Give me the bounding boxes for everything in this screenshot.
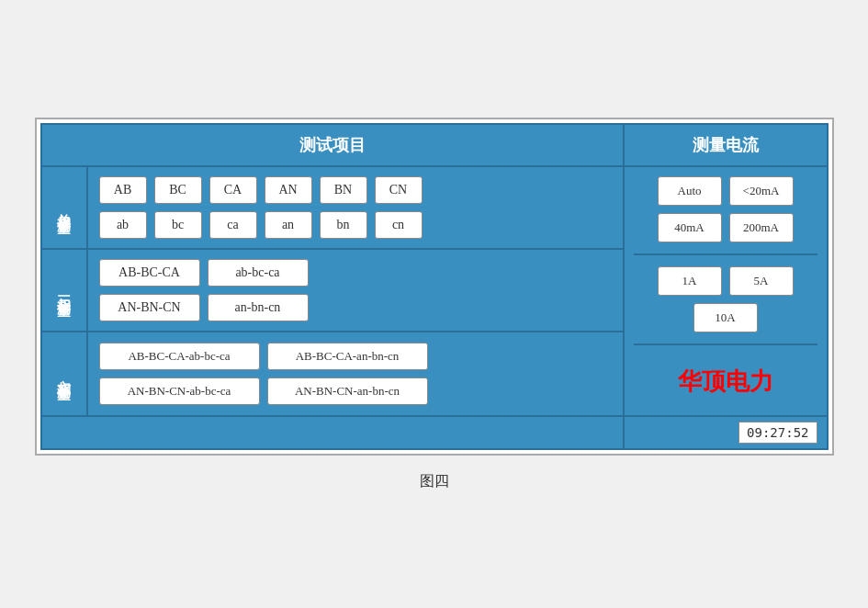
btn-AN-BN-CN-an-bn-cn[interactable]: AN-BN-CN-an-bn-cn (267, 377, 428, 405)
btn-an-bn-cn[interactable]: an-bn-cn (208, 294, 309, 321)
section-triple-phase: 三相测量 AB-BC-CA ab-bc-ca AN-BN-CN an-bn-cn (42, 250, 623, 332)
section-single-phase: 单相测量 AB BC CA AN BN CN ab bc (42, 167, 623, 250)
divider-2 (634, 343, 817, 345)
btn-row-6: AN-BN-CN-ab-bc-ca AN-BN-CN-an-bn-cn (99, 377, 428, 405)
content-triple-phase: AB-BC-CA ab-bc-ca AN-BN-CN an-bn-cn (88, 250, 623, 331)
caption: 图四 (420, 472, 449, 491)
current-row-2: 40mA 200mA (634, 213, 817, 242)
left-panel: 单相测量 AB BC CA AN BN CN ab bc (42, 167, 625, 415)
label-single-phase: 单相测量 (42, 167, 88, 248)
btn-an[interactable]: an (265, 211, 312, 239)
btn-AB[interactable]: AB (99, 176, 147, 204)
main-panel: 测试项目 测量电流 单相测量 AB BC CA AN BN (40, 123, 829, 450)
footer-row: 09:27:52 (42, 415, 827, 448)
footer-left (42, 417, 625, 448)
header-row: 测试项目 测量电流 (42, 125, 827, 167)
btn-BN[interactable]: BN (320, 176, 367, 204)
current-row-1: Auto <20mA (634, 176, 817, 206)
current-row-3: 1A 5A (634, 266, 817, 296)
btn-AN-BN-CN-ab-bc-ca[interactable]: AN-BN-CN-ab-bc-ca (99, 377, 260, 405)
divider-1 (634, 253, 817, 255)
btn-5a[interactable]: 5A (729, 266, 794, 296)
btn-1a[interactable]: 1A (658, 266, 722, 296)
header-celiang: 测量电流 (625, 125, 827, 165)
header-ceshi: 测试项目 (42, 125, 625, 165)
btn-row-3: AB-BC-CA ab-bc-ca (99, 259, 309, 287)
btn-AN[interactable]: AN (265, 176, 312, 204)
btn-AB-BC-CA-an-bn-cn[interactable]: AB-BC-CA-an-bn-cn (267, 343, 428, 370)
label-six-phase: 六相测量 (42, 332, 88, 415)
btn-lt20ma[interactable]: <20mA (729, 176, 794, 206)
content-six-phase: AB-BC-CA-ab-bc-ca AB-BC-CA-an-bn-cn AN-B… (88, 332, 623, 415)
brand-text: 华顶电力 (634, 366, 817, 398)
btn-bn[interactable]: bn (320, 211, 367, 239)
btn-AB-BC-CA-ab-bc-ca[interactable]: AB-BC-CA-ab-bc-ca (99, 343, 260, 370)
btn-cn[interactable]: cn (375, 211, 423, 239)
btn-auto[interactable]: Auto (658, 176, 722, 206)
btn-AB-BC-CA[interactable]: AB-BC-CA (99, 259, 200, 287)
content-area: 单相测量 AB BC CA AN BN CN ab bc (42, 167, 827, 415)
btn-row-4: AN-BN-CN an-bn-cn (99, 294, 309, 321)
btn-200ma[interactable]: 200mA (729, 213, 794, 242)
btn-ca[interactable]: ca (209, 211, 257, 239)
time-display: 09:27:52 (738, 422, 817, 444)
section-six-phase: 六相测量 AB-BC-CA-ab-bc-ca AB-BC-CA-an-bn-cn… (42, 332, 623, 415)
btn-ab-bc-ca[interactable]: ab-bc-ca (208, 259, 309, 287)
btn-CA[interactable]: CA (209, 176, 257, 204)
footer-right: 09:27:52 (625, 422, 827, 444)
btn-10a[interactable]: 10A (693, 303, 758, 332)
btn-row-2: ab bc ca an bn cn (99, 211, 423, 239)
right-panel: Auto <20mA 40mA 200mA 1A 5A 10A (625, 167, 827, 415)
btn-BC[interactable]: BC (154, 176, 202, 204)
btn-bc[interactable]: bc (154, 211, 202, 239)
content-single-phase: AB BC CA AN BN CN ab bc ca an bn (88, 167, 623, 248)
btn-CN[interactable]: CN (375, 176, 423, 204)
btn-row-1: AB BC CA AN BN CN (99, 176, 423, 204)
btn-row-5: AB-BC-CA-ab-bc-ca AB-BC-CA-an-bn-cn (99, 343, 428, 370)
label-triple-phase: 三相测量 (42, 250, 88, 331)
current-row-4: 10A (634, 303, 817, 332)
main-container: 测试项目 测量电流 单相测量 AB BC CA AN BN (35, 118, 834, 456)
btn-ab[interactable]: ab (99, 211, 147, 239)
btn-40ma[interactable]: 40mA (658, 213, 722, 242)
btn-AN-BN-CN[interactable]: AN-BN-CN (99, 294, 200, 321)
